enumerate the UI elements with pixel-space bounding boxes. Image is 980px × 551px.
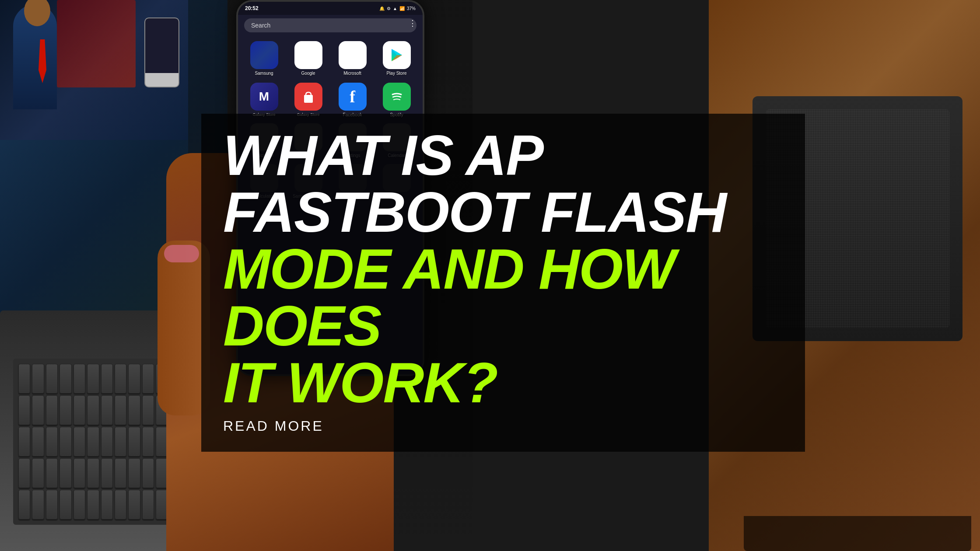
keyboard-key bbox=[74, 458, 85, 488]
microsoft-icon bbox=[339, 41, 367, 69]
app-grid-row1: Samsung Google Microsoft bbox=[238, 36, 423, 81]
keyboard-key bbox=[87, 427, 99, 457]
speaker-base bbox=[744, 516, 971, 551]
keyboard-key bbox=[18, 490, 30, 520]
keyboard-key bbox=[115, 364, 126, 394]
playstore-label: Play Store bbox=[386, 71, 406, 76]
app-metro[interactable]: M Galaxy Store bbox=[244, 83, 284, 117]
keyboard-key bbox=[60, 395, 71, 425]
battery-icon: 37% bbox=[407, 6, 416, 11]
metro-icon: M bbox=[250, 83, 278, 111]
spotify-icon bbox=[383, 83, 411, 111]
keyboard-key bbox=[87, 490, 99, 520]
keyboard-key bbox=[74, 427, 85, 457]
status-time: 20:52 bbox=[245, 5, 259, 11]
keyboard-key bbox=[115, 395, 126, 425]
red-accent bbox=[57, 0, 136, 87]
keyboard-key bbox=[74, 364, 85, 394]
keyboard-key bbox=[101, 427, 113, 457]
keyboard-key bbox=[18, 427, 30, 457]
keyboard-key bbox=[74, 490, 85, 520]
keyboard-key bbox=[46, 427, 58, 457]
keyboard-key bbox=[87, 364, 99, 394]
headline-line1: WHAT IS AP bbox=[223, 127, 783, 184]
samsung-icon bbox=[250, 41, 278, 69]
playstore-icon bbox=[383, 41, 411, 69]
keyboard-key bbox=[87, 458, 99, 488]
keyboard-key bbox=[46, 490, 58, 520]
keyboard-key bbox=[18, 395, 30, 425]
keyboard-key bbox=[128, 490, 140, 520]
overflow-menu-icon[interactable]: ⋮ bbox=[409, 18, 416, 28]
keyboard-key bbox=[18, 364, 30, 394]
app-microsoft[interactable]: Microsoft bbox=[332, 41, 372, 76]
keyboard-key bbox=[46, 395, 58, 425]
status-bar: 20:52 🔔 ⚙ ▲ 📶 37% bbox=[238, 2, 423, 15]
keyboard-key bbox=[128, 364, 140, 394]
keyboard-key bbox=[128, 458, 140, 488]
spotify-svg bbox=[388, 88, 406, 105]
google-label: Google bbox=[301, 71, 315, 76]
keyboard-key bbox=[101, 395, 113, 425]
keyboard-key bbox=[101, 490, 113, 520]
thumbnail bbox=[164, 245, 199, 262]
app-playstore[interactable]: Play Store bbox=[377, 41, 416, 76]
search-label: Search bbox=[251, 22, 270, 29]
microsoft-label: Microsoft bbox=[343, 71, 361, 76]
phone-search-bar[interactable]: Search bbox=[244, 18, 416, 32]
keyboard-key bbox=[46, 458, 58, 488]
keyboard-key bbox=[115, 458, 126, 488]
headline-line3: MODE AND HOW DOES bbox=[223, 241, 783, 354]
keyboard-key bbox=[101, 364, 113, 394]
keyboard-key bbox=[46, 364, 58, 394]
bag-svg bbox=[301, 89, 316, 105]
text-overlay: WHAT IS AP FASTBOOT FLASH MODE AND HOW D… bbox=[201, 114, 805, 452]
keyboard-key bbox=[128, 395, 140, 425]
keyboard-key bbox=[74, 395, 85, 425]
keyboard-key bbox=[128, 427, 140, 457]
app-shopbag[interactable]: Galaxy Store bbox=[288, 83, 328, 117]
keyboard-key bbox=[101, 458, 113, 488]
keyboard-key bbox=[18, 458, 30, 488]
keyboard-key bbox=[32, 364, 44, 394]
google-icon bbox=[294, 41, 322, 69]
app-facebook[interactable]: f Facebook bbox=[332, 83, 372, 117]
alarm-icon: 🔔 bbox=[379, 6, 385, 11]
shopbag-icon bbox=[294, 83, 322, 111]
app-samsung[interactable]: Samsung bbox=[244, 41, 284, 76]
play-arrow-svg bbox=[389, 47, 405, 63]
keyboard-key bbox=[115, 490, 126, 520]
signal-icon: 📶 bbox=[399, 6, 405, 11]
status-icons: 🔔 ⚙ ▲ 📶 37% bbox=[379, 6, 416, 11]
headline-line4: IT WORK? bbox=[223, 354, 783, 411]
read-more-cta[interactable]: READ MORE bbox=[223, 418, 783, 434]
keyboard-key bbox=[60, 490, 71, 520]
facebook-icon: f bbox=[339, 83, 367, 111]
keyboard-key bbox=[87, 395, 99, 425]
keyboard-key bbox=[60, 364, 71, 394]
keyboard-key bbox=[60, 458, 71, 488]
app-google[interactable]: Google bbox=[288, 41, 328, 76]
keyboard-key bbox=[32, 427, 44, 457]
keyboard-key bbox=[32, 458, 44, 488]
samsung-label: Samsung bbox=[255, 71, 273, 76]
keyboard-key bbox=[32, 395, 44, 425]
settings-icon: ⚙ bbox=[387, 6, 391, 11]
svg-rect-0 bbox=[304, 95, 313, 103]
headline-line2: FASTBOOT FLASH bbox=[223, 184, 783, 241]
wifi-icon: ▲ bbox=[393, 6, 397, 11]
keyboard-key bbox=[60, 427, 71, 457]
keyboard-key bbox=[32, 490, 44, 520]
keyboard-key bbox=[115, 427, 126, 457]
app-spotify[interactable]: Spotify bbox=[377, 83, 416, 117]
